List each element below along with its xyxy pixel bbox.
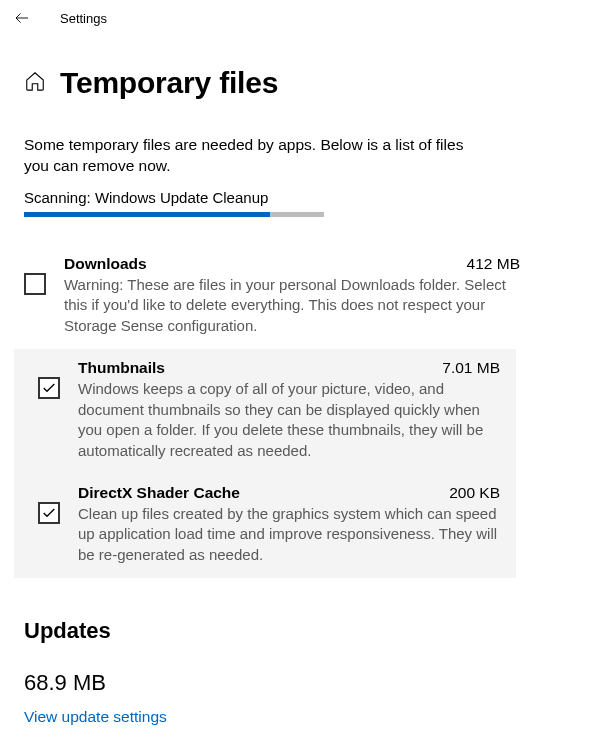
file-body: DirectX Shader Cache 200 KB Clean up fil… bbox=[78, 484, 504, 566]
page-title: Temporary files bbox=[60, 66, 278, 100]
back-button[interactable] bbox=[12, 8, 32, 28]
updates-size: 68.9 MB bbox=[0, 644, 592, 696]
file-list: Downloads 412 MB Warning: These are file… bbox=[0, 245, 592, 578]
checkbox-downloads[interactable] bbox=[24, 273, 46, 295]
updates-heading: Updates bbox=[0, 578, 592, 644]
file-description: Clean up files created by the graphics s… bbox=[78, 504, 500, 566]
file-name: Thumbnails bbox=[78, 359, 165, 377]
file-name: DirectX Shader Cache bbox=[78, 484, 240, 502]
file-item-directx[interactable]: DirectX Shader Cache 200 KB Clean up fil… bbox=[14, 474, 516, 578]
file-name: Downloads bbox=[64, 255, 147, 273]
file-size: 200 KB bbox=[449, 484, 500, 502]
view-update-settings-link[interactable]: View update settings bbox=[0, 696, 592, 726]
file-description: Warning: These are files in your persona… bbox=[64, 275, 520, 337]
header-bar: Settings bbox=[0, 0, 592, 36]
scan-progress-fill bbox=[24, 212, 270, 217]
checkbox-directx[interactable] bbox=[38, 502, 60, 524]
file-body: Thumbnails 7.01 MB Windows keeps a copy … bbox=[78, 359, 504, 462]
title-row: Temporary files bbox=[0, 36, 592, 116]
file-size: 7.01 MB bbox=[442, 359, 500, 377]
checkbox-thumbnails[interactable] bbox=[38, 377, 60, 399]
file-body: Downloads 412 MB Warning: These are file… bbox=[64, 255, 524, 337]
file-item-downloads[interactable]: Downloads 412 MB Warning: These are file… bbox=[0, 245, 592, 349]
scan-progress bbox=[24, 212, 324, 217]
back-arrow-icon bbox=[13, 9, 31, 27]
intro-text: Some temporary files are needed by apps.… bbox=[0, 116, 592, 177]
file-size: 412 MB bbox=[467, 255, 520, 273]
settings-breadcrumb: Settings bbox=[60, 11, 107, 26]
home-button[interactable] bbox=[24, 70, 46, 96]
home-icon bbox=[24, 70, 46, 92]
scan-status: Scanning: Windows Update Cleanup bbox=[0, 177, 592, 206]
file-description: Windows keeps a copy of all of your pict… bbox=[78, 379, 500, 462]
file-item-thumbnails[interactable]: Thumbnails 7.01 MB Windows keeps a copy … bbox=[14, 349, 516, 474]
